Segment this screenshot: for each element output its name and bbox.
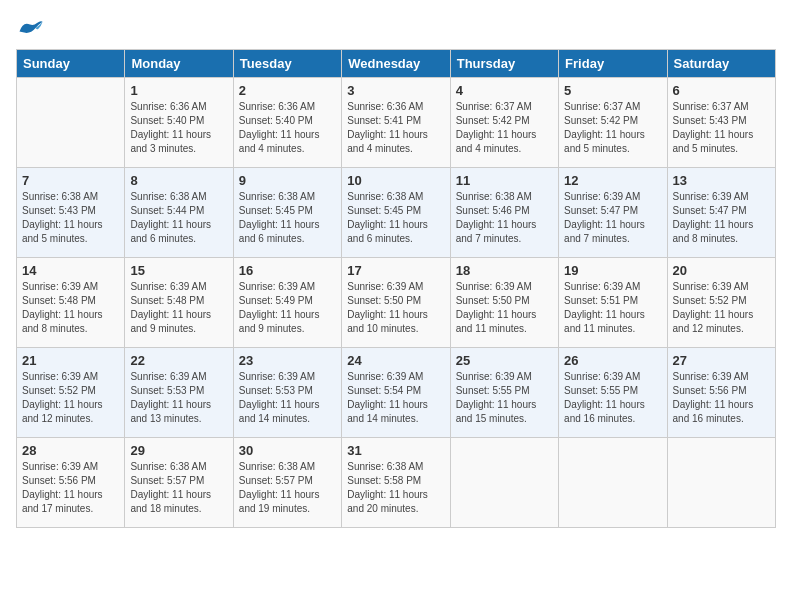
- day-info: Sunrise: 6:37 AM Sunset: 5:42 PM Dayligh…: [564, 100, 661, 156]
- day-number: 30: [239, 443, 336, 458]
- day-number: 20: [673, 263, 770, 278]
- calendar-cell: 26Sunrise: 6:39 AM Sunset: 5:55 PM Dayli…: [559, 348, 667, 438]
- logo-icon: [16, 17, 44, 39]
- day-number: 4: [456, 83, 553, 98]
- calendar-cell: 14Sunrise: 6:39 AM Sunset: 5:48 PM Dayli…: [17, 258, 125, 348]
- calendar-header-wednesday: Wednesday: [342, 50, 450, 78]
- day-number: 11: [456, 173, 553, 188]
- calendar-cell: [450, 438, 558, 528]
- day-number: 26: [564, 353, 661, 368]
- day-number: 31: [347, 443, 444, 458]
- calendar-week-1: 1Sunrise: 6:36 AM Sunset: 5:40 PM Daylig…: [17, 78, 776, 168]
- day-info: Sunrise: 6:39 AM Sunset: 5:49 PM Dayligh…: [239, 280, 336, 336]
- day-info: Sunrise: 6:39 AM Sunset: 5:50 PM Dayligh…: [456, 280, 553, 336]
- calendar-header-sunday: Sunday: [17, 50, 125, 78]
- day-number: 23: [239, 353, 336, 368]
- day-info: Sunrise: 6:38 AM Sunset: 5:45 PM Dayligh…: [239, 190, 336, 246]
- day-number: 6: [673, 83, 770, 98]
- calendar-week-5: 28Sunrise: 6:39 AM Sunset: 5:56 PM Dayli…: [17, 438, 776, 528]
- calendar-cell: 20Sunrise: 6:39 AM Sunset: 5:52 PM Dayli…: [667, 258, 775, 348]
- day-number: 2: [239, 83, 336, 98]
- calendar-cell: 23Sunrise: 6:39 AM Sunset: 5:53 PM Dayli…: [233, 348, 341, 438]
- day-number: 19: [564, 263, 661, 278]
- calendar-header-monday: Monday: [125, 50, 233, 78]
- calendar-cell: 8Sunrise: 6:38 AM Sunset: 5:44 PM Daylig…: [125, 168, 233, 258]
- day-info: Sunrise: 6:39 AM Sunset: 5:51 PM Dayligh…: [564, 280, 661, 336]
- day-info: Sunrise: 6:38 AM Sunset: 5:57 PM Dayligh…: [130, 460, 227, 516]
- calendar-header-thursday: Thursday: [450, 50, 558, 78]
- day-info: Sunrise: 6:39 AM Sunset: 5:55 PM Dayligh…: [456, 370, 553, 426]
- logo: [16, 16, 48, 39]
- day-number: 28: [22, 443, 119, 458]
- day-number: 15: [130, 263, 227, 278]
- day-info: Sunrise: 6:38 AM Sunset: 5:44 PM Dayligh…: [130, 190, 227, 246]
- calendar-week-4: 21Sunrise: 6:39 AM Sunset: 5:52 PM Dayli…: [17, 348, 776, 438]
- day-number: 8: [130, 173, 227, 188]
- day-number: 16: [239, 263, 336, 278]
- calendar-cell: 4Sunrise: 6:37 AM Sunset: 5:42 PM Daylig…: [450, 78, 558, 168]
- day-info: Sunrise: 6:36 AM Sunset: 5:41 PM Dayligh…: [347, 100, 444, 156]
- calendar-cell: [17, 78, 125, 168]
- day-number: 27: [673, 353, 770, 368]
- calendar-header-row: SundayMondayTuesdayWednesdayThursdayFrid…: [17, 50, 776, 78]
- day-info: Sunrise: 6:39 AM Sunset: 5:54 PM Dayligh…: [347, 370, 444, 426]
- calendar-cell: 24Sunrise: 6:39 AM Sunset: 5:54 PM Dayli…: [342, 348, 450, 438]
- day-info: Sunrise: 6:37 AM Sunset: 5:43 PM Dayligh…: [673, 100, 770, 156]
- calendar-cell: 28Sunrise: 6:39 AM Sunset: 5:56 PM Dayli…: [17, 438, 125, 528]
- day-info: Sunrise: 6:38 AM Sunset: 5:43 PM Dayligh…: [22, 190, 119, 246]
- day-number: 14: [22, 263, 119, 278]
- calendar-cell: 6Sunrise: 6:37 AM Sunset: 5:43 PM Daylig…: [667, 78, 775, 168]
- day-number: 9: [239, 173, 336, 188]
- calendar-cell: 12Sunrise: 6:39 AM Sunset: 5:47 PM Dayli…: [559, 168, 667, 258]
- calendar-cell: 21Sunrise: 6:39 AM Sunset: 5:52 PM Dayli…: [17, 348, 125, 438]
- day-number: 13: [673, 173, 770, 188]
- calendar-cell: 30Sunrise: 6:38 AM Sunset: 5:57 PM Dayli…: [233, 438, 341, 528]
- day-number: 18: [456, 263, 553, 278]
- calendar-cell: 9Sunrise: 6:38 AM Sunset: 5:45 PM Daylig…: [233, 168, 341, 258]
- calendar-cell: 17Sunrise: 6:39 AM Sunset: 5:50 PM Dayli…: [342, 258, 450, 348]
- day-info: Sunrise: 6:38 AM Sunset: 5:58 PM Dayligh…: [347, 460, 444, 516]
- calendar-header-tuesday: Tuesday: [233, 50, 341, 78]
- day-number: 12: [564, 173, 661, 188]
- day-number: 1: [130, 83, 227, 98]
- day-info: Sunrise: 6:36 AM Sunset: 5:40 PM Dayligh…: [130, 100, 227, 156]
- day-number: 17: [347, 263, 444, 278]
- day-number: 21: [22, 353, 119, 368]
- day-info: Sunrise: 6:39 AM Sunset: 5:52 PM Dayligh…: [673, 280, 770, 336]
- calendar-cell: 25Sunrise: 6:39 AM Sunset: 5:55 PM Dayli…: [450, 348, 558, 438]
- day-number: 10: [347, 173, 444, 188]
- calendar-cell: 15Sunrise: 6:39 AM Sunset: 5:48 PM Dayli…: [125, 258, 233, 348]
- day-number: 25: [456, 353, 553, 368]
- day-info: Sunrise: 6:39 AM Sunset: 5:47 PM Dayligh…: [564, 190, 661, 246]
- calendar-cell: 1Sunrise: 6:36 AM Sunset: 5:40 PM Daylig…: [125, 78, 233, 168]
- calendar-cell: [667, 438, 775, 528]
- day-number: 5: [564, 83, 661, 98]
- calendar-cell: 3Sunrise: 6:36 AM Sunset: 5:41 PM Daylig…: [342, 78, 450, 168]
- day-info: Sunrise: 6:39 AM Sunset: 5:55 PM Dayligh…: [564, 370, 661, 426]
- calendar-week-3: 14Sunrise: 6:39 AM Sunset: 5:48 PM Dayli…: [17, 258, 776, 348]
- day-info: Sunrise: 6:39 AM Sunset: 5:56 PM Dayligh…: [22, 460, 119, 516]
- day-info: Sunrise: 6:38 AM Sunset: 5:57 PM Dayligh…: [239, 460, 336, 516]
- day-info: Sunrise: 6:39 AM Sunset: 5:48 PM Dayligh…: [22, 280, 119, 336]
- calendar-cell: 31Sunrise: 6:38 AM Sunset: 5:58 PM Dayli…: [342, 438, 450, 528]
- day-info: Sunrise: 6:37 AM Sunset: 5:42 PM Dayligh…: [456, 100, 553, 156]
- calendar-cell: 7Sunrise: 6:38 AM Sunset: 5:43 PM Daylig…: [17, 168, 125, 258]
- calendar-cell: 27Sunrise: 6:39 AM Sunset: 5:56 PM Dayli…: [667, 348, 775, 438]
- calendar-cell: 16Sunrise: 6:39 AM Sunset: 5:49 PM Dayli…: [233, 258, 341, 348]
- day-info: Sunrise: 6:39 AM Sunset: 5:56 PM Dayligh…: [673, 370, 770, 426]
- calendar-cell: 11Sunrise: 6:38 AM Sunset: 5:46 PM Dayli…: [450, 168, 558, 258]
- day-number: 24: [347, 353, 444, 368]
- page-header: [16, 16, 776, 39]
- calendar-cell: 13Sunrise: 6:39 AM Sunset: 5:47 PM Dayli…: [667, 168, 775, 258]
- day-info: Sunrise: 6:38 AM Sunset: 5:45 PM Dayligh…: [347, 190, 444, 246]
- calendar-cell: 10Sunrise: 6:38 AM Sunset: 5:45 PM Dayli…: [342, 168, 450, 258]
- day-info: Sunrise: 6:39 AM Sunset: 5:52 PM Dayligh…: [22, 370, 119, 426]
- calendar-table: SundayMondayTuesdayWednesdayThursdayFrid…: [16, 49, 776, 528]
- day-number: 22: [130, 353, 227, 368]
- day-info: Sunrise: 6:39 AM Sunset: 5:50 PM Dayligh…: [347, 280, 444, 336]
- calendar-cell: 22Sunrise: 6:39 AM Sunset: 5:53 PM Dayli…: [125, 348, 233, 438]
- day-number: 29: [130, 443, 227, 458]
- calendar-body: 1Sunrise: 6:36 AM Sunset: 5:40 PM Daylig…: [17, 78, 776, 528]
- calendar-cell: 19Sunrise: 6:39 AM Sunset: 5:51 PM Dayli…: [559, 258, 667, 348]
- day-info: Sunrise: 6:39 AM Sunset: 5:53 PM Dayligh…: [239, 370, 336, 426]
